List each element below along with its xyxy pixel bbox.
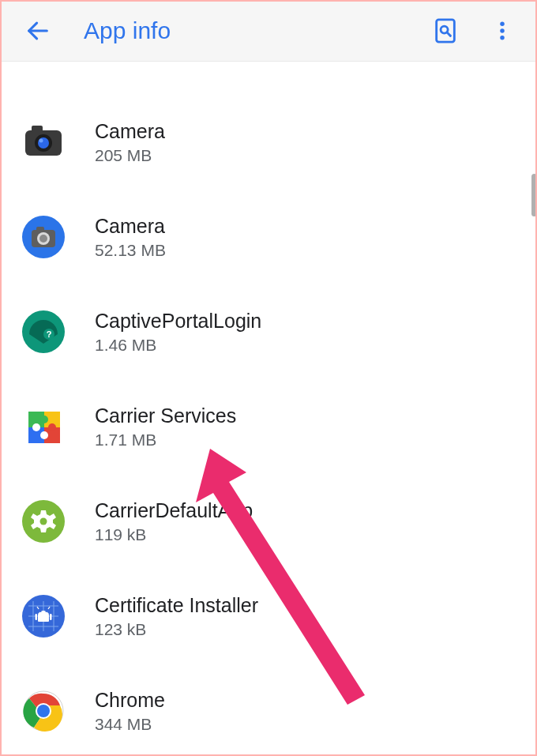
- svg-rect-40: [50, 614, 52, 620]
- wifi-teal-icon: ?: [22, 310, 65, 353]
- svg-point-23: [40, 416, 48, 423]
- app-item-carrierdefaultapp[interactable]: CarrierDefaultApp 119 kB: [0, 474, 537, 569]
- app-name-label: Chrome: [95, 689, 165, 712]
- app-size-label: 119 kB: [95, 525, 253, 544]
- svg-rect-13: [36, 227, 44, 231]
- svg-point-4: [500, 28, 505, 33]
- svg-point-38: [46, 611, 47, 612]
- android-blue-icon: [22, 595, 65, 638]
- search-button[interactable]: [426, 12, 464, 50]
- puzzle-icon: [22, 405, 65, 448]
- app-item-camera-2[interactable]: Camera 52.13 MB: [0, 190, 537, 284]
- back-arrow-icon: [24, 17, 51, 44]
- app-name-label: Certificate Installer: [95, 594, 258, 617]
- svg-point-24: [48, 423, 56, 431]
- app-name-label: Camera: [95, 120, 165, 143]
- app-name-label: Camera: [95, 215, 166, 238]
- app-list: Camera 205 MB Camera 52.13 MB ?: [0, 62, 537, 756]
- app-item-carrier-services[interactable]: Carrier Services 1.71 MB: [0, 379, 537, 474]
- svg-point-3: [500, 21, 505, 26]
- app-item-chrome[interactable]: Chrome 344 MB: [0, 664, 537, 756]
- svg-point-5: [500, 36, 505, 40]
- svg-point-15: [39, 235, 47, 243]
- svg-point-10: [39, 139, 43, 143]
- camera-blue-icon: [22, 216, 65, 258]
- svg-point-25: [32, 423, 40, 431]
- svg-point-28: [40, 518, 47, 525]
- back-button[interactable]: [19, 12, 57, 50]
- svg-line-2: [448, 32, 451, 36]
- app-size-label: 52.13 MB: [95, 241, 166, 260]
- app-item-captiveportallogin[interactable]: ? CaptivePortalLogin 1.46 MB: [0, 284, 537, 379]
- svg-point-45: [37, 705, 50, 717]
- app-item-certificate-installer[interactable]: Certificate Installer 123 kB: [0, 569, 537, 664]
- app-size-label: 1.71 MB: [95, 431, 236, 449]
- app-size-label: 205 MB: [95, 146, 165, 165]
- svg-rect-36: [38, 614, 49, 622]
- svg-point-37: [40, 611, 42, 612]
- page-title: App info: [84, 17, 426, 44]
- chrome-icon: [22, 690, 65, 732]
- more-options-button[interactable]: [483, 12, 521, 50]
- page-search-icon: [432, 17, 459, 44]
- svg-point-1: [441, 26, 448, 33]
- camera-dark-icon: [22, 121, 65, 164]
- svg-rect-7: [32, 126, 43, 132]
- more-vertical-icon: [490, 19, 514, 43]
- scrollbar-thumb[interactable]: [531, 174, 537, 216]
- svg-rect-39: [36, 614, 38, 620]
- app-name-label: Carrier Services: [95, 404, 236, 427]
- app-size-label: 123 kB: [95, 620, 258, 639]
- app-size-label: 1.46 MB: [95, 336, 261, 355]
- gear-green-icon: [22, 500, 65, 543]
- svg-point-26: [40, 431, 48, 439]
- app-item-camera-1[interactable]: Camera 205 MB: [0, 95, 537, 190]
- app-name-label: CarrierDefaultApp: [95, 499, 253, 522]
- app-size-label: 344 MB: [95, 715, 165, 734]
- svg-text:?: ?: [47, 329, 52, 339]
- svg-point-9: [38, 137, 49, 149]
- header: App info: [0, 0, 537, 62]
- app-name-label: CaptivePortalLogin: [95, 310, 261, 333]
